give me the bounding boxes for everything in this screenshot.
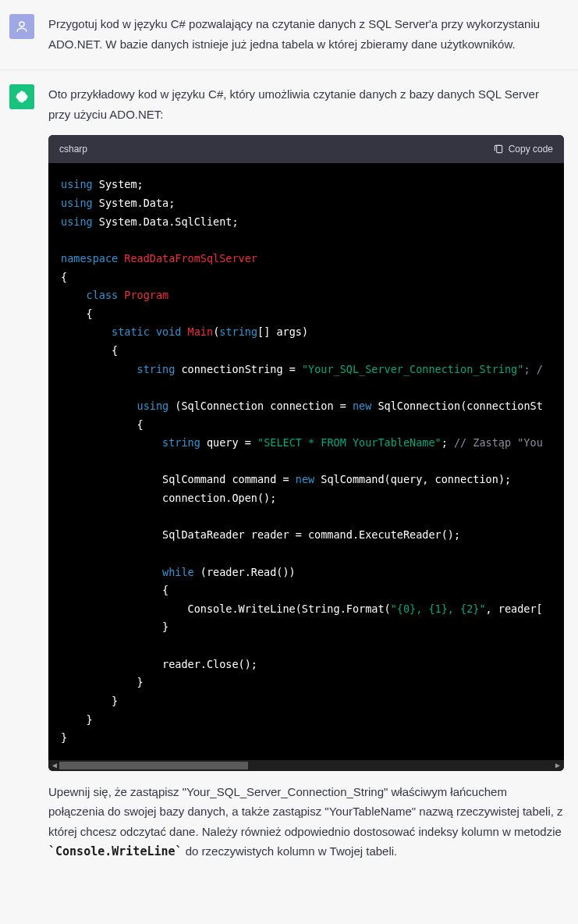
scrollbar-thumb[interactable]: [59, 762, 248, 769]
user-text: Przygotuj kod w języku C# pozwalający na…: [48, 14, 564, 54]
outro-text-before: Upewnij się, że zastąpisz "Your_SQL_Serv…: [48, 785, 563, 838]
copy-code-label: Copy code: [509, 141, 553, 157]
code-block: csharp Copy code using System; using Sys…: [48, 135, 564, 771]
clipboard-icon: [493, 144, 504, 155]
code-language-label: csharp: [59, 141, 87, 157]
svg-rect-1: [496, 146, 502, 153]
user-message-row: Przygotuj kod w języku C# pozwalający na…: [0, 0, 578, 70]
user-message-content: Przygotuj kod w języku C# pozwalający na…: [48, 14, 564, 54]
assistant-outro: Upewnij się, że zastąpisz "Your_SQL_Serv…: [48, 782, 564, 862]
scroll-left-arrow-icon[interactable]: ◄: [51, 759, 59, 771]
assistant-avatar: [9, 84, 34, 109]
scroll-right-arrow-icon[interactable]: ►: [554, 759, 562, 771]
assistant-message-row: Oto przykładowy kod w języku C#, który u…: [0, 70, 578, 881]
outro-inline-code: `Console.WriteLine`: [48, 844, 183, 858]
copy-code-button[interactable]: Copy code: [493, 141, 553, 157]
horizontal-scrollbar[interactable]: ◄ ►: [48, 760, 564, 771]
outro-text-after: do rzeczywistych kolumn w Twojej tabeli.: [183, 844, 398, 858]
assistant-intro: Oto przykładowy kod w języku C#, który u…: [48, 84, 564, 124]
assistant-message-content: Oto przykładowy kod w języku C#, który u…: [48, 84, 564, 862]
code-header: csharp Copy code: [48, 135, 564, 163]
code-content: using System; using System.Data; using S…: [61, 176, 551, 747]
person-icon: [15, 20, 29, 34]
user-avatar: [9, 14, 34, 39]
svg-point-0: [20, 22, 24, 27]
openai-icon: [15, 90, 29, 104]
code-body[interactable]: using System; using System.Data; using S…: [48, 163, 564, 759]
